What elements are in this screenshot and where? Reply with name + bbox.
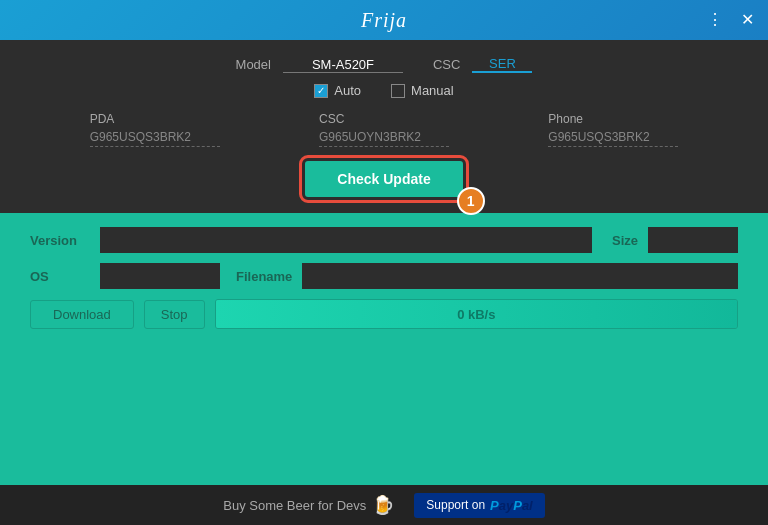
manual-checkbox-label[interactable]: Manual — [391, 83, 454, 98]
phone-item: Phone G965USQS3BRK2 — [548, 112, 678, 147]
auto-checkbox-label[interactable]: ✓ Auto — [314, 83, 361, 98]
footer: Buy Some Beer for Devs 🍺 Support on PayP… — [0, 485, 768, 525]
pda-item: PDA G965USQS3BRK2 — [90, 112, 220, 147]
progress-text: 0 kB/s — [457, 307, 495, 322]
phone-value: G965USQS3BRK2 — [548, 130, 678, 147]
step-badge: 1 — [457, 187, 485, 215]
model-input[interactable] — [283, 57, 403, 73]
check-update-wrapper: Check Update 1 — [305, 161, 462, 197]
pda-value: G965USQS3BRK2 — [90, 130, 220, 147]
paypal-support-text: Support on — [426, 498, 485, 512]
csc-input[interactable] — [472, 56, 532, 73]
manual-checkbox[interactable] — [391, 84, 405, 98]
auto-checkmark: ✓ — [317, 85, 325, 96]
version-input[interactable] — [100, 227, 592, 253]
csc-item: CSC G965UOYN3BRK2 — [319, 112, 449, 147]
csc-group: CSC — [433, 56, 532, 73]
main-area: Model CSC ✓ Auto Manual PDA G965USQS3BRK… — [0, 40, 768, 213]
close-button[interactable]: ✕ — [735, 10, 760, 30]
size-label: Size — [612, 233, 638, 248]
filename-input[interactable] — [302, 263, 738, 289]
title-bar: Frija ⋮ ✕ — [0, 0, 768, 40]
auto-label: Auto — [334, 83, 361, 98]
firmware-row: PDA G965USQS3BRK2 CSC G965UOYN3BRK2 Phon… — [40, 112, 728, 147]
lower-section: Version Size OS Filename Download Stop 0… — [0, 213, 768, 485]
os-label: OS — [30, 269, 90, 284]
stop-button[interactable]: Stop — [144, 300, 205, 329]
progress-bar: 0 kB/s — [215, 299, 738, 329]
title-bar-controls: ⋮ ✕ — [701, 10, 760, 30]
os-row: OS Filename — [30, 263, 738, 289]
manual-label: Manual — [411, 83, 454, 98]
download-button[interactable]: Download — [30, 300, 134, 329]
beer-text-group: Buy Some Beer for Devs 🍺 — [223, 494, 394, 516]
version-row: Version Size — [30, 227, 738, 253]
version-label: Version — [30, 233, 90, 248]
paypal-logo: PayPal — [490, 498, 533, 513]
csc-fw-label: CSC — [319, 112, 344, 126]
action-row: Download Stop 0 kB/s — [30, 299, 738, 329]
options-row: ✓ Auto Manual — [40, 83, 728, 98]
phone-label: Phone — [548, 112, 583, 126]
beer-label: Buy Some Beer for Devs — [223, 498, 366, 513]
model-group: Model — [236, 57, 403, 73]
csc-label: CSC — [433, 57, 460, 72]
model-label: Model — [236, 57, 271, 72]
app-title: Frija — [361, 9, 407, 32]
model-csc-row: Model CSC — [40, 56, 728, 73]
beer-icon: 🍺 — [372, 494, 394, 516]
check-update-area: Check Update 1 — [40, 161, 728, 197]
os-input[interactable] — [100, 263, 220, 289]
check-update-button[interactable]: Check Update — [305, 161, 462, 197]
csc-fw-value: G965UOYN3BRK2 — [319, 130, 449, 147]
pda-label: PDA — [90, 112, 115, 126]
size-input[interactable] — [648, 227, 738, 253]
auto-checkbox[interactable]: ✓ — [314, 84, 328, 98]
menu-button[interactable]: ⋮ — [701, 10, 729, 30]
paypal-button[interactable]: Support on PayPal — [414, 493, 544, 518]
filename-label: Filename — [236, 269, 292, 284]
